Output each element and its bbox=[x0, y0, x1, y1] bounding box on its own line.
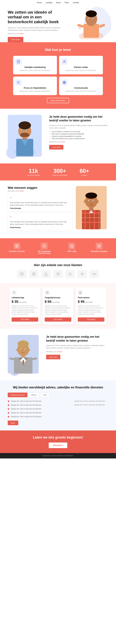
card-0-icon bbox=[15, 58, 22, 65]
bottom-text: Sample text. Click to select the Text El… bbox=[8, 455, 108, 456]
svg-point-16 bbox=[18, 82, 19, 83]
world-item-2: Sample text. Click to select the Text El… bbox=[8, 408, 70, 410]
svg-rect-53 bbox=[70, 246, 73, 248]
card-3-icon bbox=[61, 79, 68, 86]
hero-title: We zetten uw ideeën of verhaal om in een… bbox=[8, 10, 60, 24]
world-tab-0[interactable]: Toegang a Beroeps bbox=[8, 392, 28, 397]
card-1: Klanten relatie Sample text. Click to se… bbox=[59, 56, 103, 74]
feature-0-icon bbox=[14, 242, 20, 250]
stat-0: 11k Tevreden klanten bbox=[27, 168, 40, 176]
world-item-4: Sample text. Click to select the Text El… bbox=[8, 416, 70, 418]
svg-point-59 bbox=[58, 273, 58, 274]
stat-1-label: Leden van het team bbox=[52, 174, 67, 176]
habits1-image-container bbox=[8, 115, 45, 157]
nav-about[interactable]: About bbox=[56, 2, 61, 4]
svg-point-15 bbox=[64, 60, 65, 62]
clients-logos-row bbox=[8, 270, 108, 278]
nav-team[interactable]: Team bbox=[64, 2, 69, 4]
habits1-content: Je hebt deze gewoonten nodig om het bedr… bbox=[49, 115, 108, 150]
habits1-person-svg bbox=[8, 115, 42, 157]
stat-0-number: 11k bbox=[27, 168, 40, 174]
learn-section: Wat kun je leren Zakelijke ontwikkeling … bbox=[0, 42, 116, 109]
price-card-2-cta[interactable]: LEES MEER bbox=[78, 318, 104, 322]
habits2-title: Je hebt deze gewoonten nodig om het bedr… bbox=[46, 335, 108, 342]
price-card-1-title: Toegewijd bureau bbox=[45, 296, 71, 299]
world-item-3: Sample text. Click to select the Text El… bbox=[8, 412, 70, 414]
card-0: Zakelijke ontwikkeling Sample text. Clic… bbox=[13, 56, 57, 74]
stat-2-number: 60+ bbox=[80, 168, 89, 174]
habits1-cta-button[interactable]: Lees meer bbox=[49, 145, 64, 150]
card-2: Proces & Hulpmiddelen Sample text. Click… bbox=[13, 76, 57, 95]
price-card-2-title: Privé kantoor bbox=[78, 296, 104, 299]
client-logo-6 bbox=[90, 270, 99, 278]
features-section: Flexibele voordelen 24/7 Toegewijde onde… bbox=[0, 238, 116, 258]
testimonials-person-container bbox=[76, 186, 108, 230]
svg-point-26 bbox=[20, 133, 30, 137]
feature-1-icon bbox=[41, 242, 48, 250]
svg-point-3 bbox=[86, 10, 97, 17]
svg-marker-57 bbox=[44, 272, 48, 276]
navbar: Home Landing About Team Contact bbox=[0, 0, 116, 5]
feature-2-icon bbox=[68, 242, 75, 250]
habits2-cta-button[interactable]: Lees meer bbox=[46, 355, 60, 359]
price-card-1-body: Sample text. Click to select the Text El… bbox=[45, 305, 71, 316]
feature-2: 100% veilig bbox=[58, 242, 86, 254]
nav-contact[interactable]: Contact bbox=[73, 2, 79, 4]
world-tabs: Toegang a Beroeps Menen Vorm bbox=[8, 392, 108, 397]
habits2-image-container bbox=[8, 335, 42, 374]
world-tab-2[interactable]: Vorm bbox=[40, 392, 50, 397]
world-item-1: Sample text. Click to select the Text El… bbox=[8, 404, 70, 406]
habits2-section: Je hebt deze gewoonten nodig om het bedr… bbox=[0, 329, 116, 380]
stats-section: 11k Tevreden klanten 300+ Leden van het … bbox=[0, 164, 116, 180]
svg-point-45 bbox=[96, 200, 98, 203]
stat-0-label: Tevreden klanten bbox=[27, 174, 40, 176]
price-card-1-cta[interactable]: LEES MEER bbox=[45, 318, 71, 322]
card-0-title: Zakelijke ontwikkeling bbox=[15, 66, 55, 68]
price-card-2-price: $ 95/maandelijks bbox=[78, 300, 104, 304]
price-card-0-cta[interactable]: LEES MEER bbox=[12, 318, 38, 322]
cta-footer-section: Laten we iets groots beginnen! Abonneer … bbox=[0, 430, 116, 453]
svg-point-43 bbox=[86, 192, 97, 199]
world-item-2-text: Sample text. Click to select the Text El… bbox=[11, 408, 42, 410]
hero-section: We zetten uw ideeën of verhaal om in een… bbox=[0, 5, 116, 42]
hero-cta-button[interactable]: Lees meer bbox=[8, 37, 23, 42]
habits1-body: Sample text. Click to Egestas egestas fr… bbox=[49, 124, 108, 129]
feature-3-label: Betaalbaar prijsplan bbox=[91, 250, 107, 252]
svg-point-50 bbox=[91, 202, 92, 204]
nav-home[interactable]: Home bbox=[37, 2, 42, 4]
feature-2-label: 100% veilig bbox=[67, 250, 76, 252]
price-card-1-period: /maandelijks bbox=[51, 301, 60, 303]
cta-footer-button[interactable]: Abonneer U bbox=[49, 442, 67, 448]
stat-2: 60+ Landen bbox=[80, 168, 89, 176]
client-logo-3 bbox=[53, 270, 63, 278]
svg-rect-11 bbox=[18, 60, 20, 63]
svg-point-63 bbox=[93, 273, 94, 275]
feature-1-label: 24/7 Toegewijde ondersteuning bbox=[32, 250, 56, 254]
svg-rect-9 bbox=[98, 24, 106, 28]
testimonial-1: " Proin sed libero enim sed faucibus tur… bbox=[8, 214, 72, 230]
price-card-0-price: $ 35/maandelijks bbox=[12, 300, 38, 304]
svg-point-78 bbox=[18, 340, 29, 347]
world-tab-1[interactable]: Menen bbox=[28, 392, 39, 397]
svg-point-29 bbox=[22, 130, 23, 131]
price-card-0: Lidmaatschap $ 35/maandelijks Sample tex… bbox=[10, 287, 40, 324]
world-right-text: Sample text. Click to select the Text El… bbox=[74, 400, 108, 425]
nav-landing[interactable]: Landing bbox=[46, 2, 52, 4]
price-card-2-icon bbox=[78, 290, 83, 295]
svg-rect-8 bbox=[77, 24, 84, 28]
bullet-0: Zet uw ideeën en verhaal om in een boek. bbox=[52, 131, 108, 132]
hero-person-svg bbox=[73, 5, 110, 39]
price-card-0-period: /maandelijks bbox=[18, 301, 27, 303]
habits2-afbeelding: Afbeelding van Freepik bbox=[46, 351, 108, 352]
card-1-title: Klanten relatie bbox=[61, 66, 101, 68]
learn-cta-button[interactable]: Bekijk alle diensten bbox=[47, 98, 69, 103]
price-card-0-icon bbox=[12, 290, 16, 295]
svg-point-48 bbox=[88, 200, 90, 202]
price-card-2-period: /maandelijks bbox=[84, 301, 93, 303]
stat-2-label: Landen bbox=[80, 174, 89, 176]
clients-section: Hier zijn enkele van onze klanten bbox=[0, 258, 116, 283]
svg-rect-66 bbox=[46, 292, 48, 293]
price-card-1: Toegewijd bureau $ 65/maandelijks Sample… bbox=[42, 287, 74, 324]
quote-icon-0: " bbox=[10, 196, 70, 200]
world-cta-button[interactable]: Begin bbox=[8, 420, 18, 425]
